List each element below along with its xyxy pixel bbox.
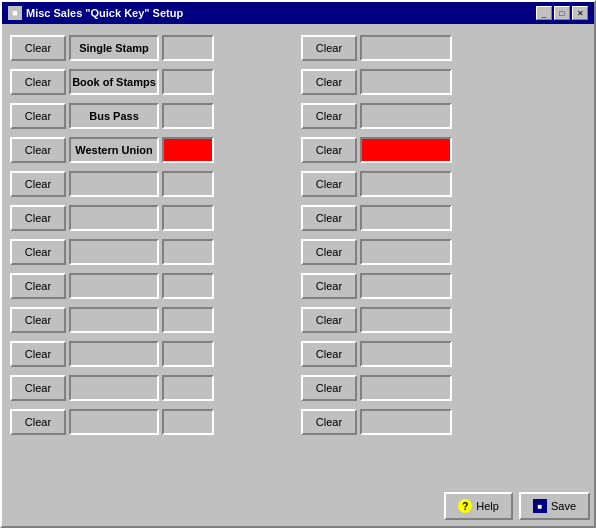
left-label-6 — [69, 239, 159, 265]
help-label: Help — [476, 500, 499, 512]
left-clear-button-10[interactable]: Clear — [10, 375, 66, 401]
right-input-6[interactable] — [360, 239, 452, 265]
left-panel: ClearSingle StampClearBook of StampsClea… — [10, 32, 295, 478]
left-row-11: Clear — [10, 406, 295, 438]
left-input-4[interactable] — [162, 171, 214, 197]
left-input-5[interactable] — [162, 205, 214, 231]
left-label-10 — [69, 375, 159, 401]
right-input-9[interactable] — [360, 341, 452, 367]
right-clear-button-10[interactable]: Clear — [301, 375, 357, 401]
right-input-1[interactable] — [360, 69, 452, 95]
maximize-button[interactable]: □ — [554, 6, 570, 20]
right-row-6: Clear — [301, 236, 586, 268]
right-clear-button-0[interactable]: Clear — [301, 35, 357, 61]
left-input-10[interactable] — [162, 375, 214, 401]
left-label-3: Western Union — [69, 137, 159, 163]
save-icon: ■ — [533, 499, 547, 513]
right-input-3[interactable] — [360, 137, 452, 163]
right-input-7[interactable] — [360, 273, 452, 299]
right-clear-button-5[interactable]: Clear — [301, 205, 357, 231]
right-row-8: Clear — [301, 304, 586, 336]
title-bar-left: ■ Misc Sales "Quick Key" Setup — [8, 6, 183, 20]
right-clear-button-1[interactable]: Clear — [301, 69, 357, 95]
right-clear-button-11[interactable]: Clear — [301, 409, 357, 435]
window-title: Misc Sales "Quick Key" Setup — [26, 7, 183, 19]
right-input-0[interactable] — [360, 35, 452, 61]
right-clear-button-9[interactable]: Clear — [301, 341, 357, 367]
right-input-2[interactable] — [360, 103, 452, 129]
main-grid: ClearSingle StampClearBook of StampsClea… — [10, 32, 586, 478]
right-clear-button-2[interactable]: Clear — [301, 103, 357, 129]
left-row-8: Clear — [10, 304, 295, 336]
right-input-11[interactable] — [360, 409, 452, 435]
footer: ? Help ■ Save — [2, 486, 594, 526]
right-input-8[interactable] — [360, 307, 452, 333]
left-row-0: ClearSingle Stamp — [10, 32, 295, 64]
left-label-7 — [69, 273, 159, 299]
left-label-8 — [69, 307, 159, 333]
right-clear-button-7[interactable]: Clear — [301, 273, 357, 299]
left-input-0[interactable] — [162, 35, 214, 61]
left-label-1: Book of Stamps — [69, 69, 159, 95]
right-input-10[interactable] — [360, 375, 452, 401]
left-clear-button-0[interactable]: Clear — [10, 35, 66, 61]
left-row-3: ClearWestern Union — [10, 134, 295, 166]
left-clear-button-7[interactable]: Clear — [10, 273, 66, 299]
right-row-10: Clear — [301, 372, 586, 404]
right-row-9: Clear — [301, 338, 586, 370]
left-clear-button-11[interactable]: Clear — [10, 409, 66, 435]
right-clear-button-4[interactable]: Clear — [301, 171, 357, 197]
left-input-8[interactable] — [162, 307, 214, 333]
right-panel: ClearClearClearClearClearClearClearClear… — [301, 32, 586, 478]
right-row-7: Clear — [301, 270, 586, 302]
left-label-9 — [69, 341, 159, 367]
content-area: ClearSingle StampClearBook of StampsClea… — [2, 24, 594, 486]
left-clear-button-4[interactable]: Clear — [10, 171, 66, 197]
title-bar: ■ Misc Sales "Quick Key" Setup _ □ ✕ — [2, 2, 594, 24]
left-row-5: Clear — [10, 202, 295, 234]
right-row-11: Clear — [301, 406, 586, 438]
left-row-10: Clear — [10, 372, 295, 404]
left-clear-button-6[interactable]: Clear — [10, 239, 66, 265]
right-clear-button-8[interactable]: Clear — [301, 307, 357, 333]
left-input-3[interactable] — [162, 137, 214, 163]
left-clear-button-2[interactable]: Clear — [10, 103, 66, 129]
left-row-2: ClearBus Pass — [10, 100, 295, 132]
save-button[interactable]: ■ Save — [519, 492, 590, 520]
left-input-2[interactable] — [162, 103, 214, 129]
left-clear-button-8[interactable]: Clear — [10, 307, 66, 333]
left-clear-button-1[interactable]: Clear — [10, 69, 66, 95]
right-row-1: Clear — [301, 66, 586, 98]
right-row-0: Clear — [301, 32, 586, 64]
left-label-0: Single Stamp — [69, 35, 159, 61]
help-icon: ? — [458, 499, 472, 513]
left-row-7: Clear — [10, 270, 295, 302]
left-clear-button-9[interactable]: Clear — [10, 341, 66, 367]
right-input-4[interactable] — [360, 171, 452, 197]
left-label-11 — [69, 409, 159, 435]
left-input-9[interactable] — [162, 341, 214, 367]
left-row-1: ClearBook of Stamps — [10, 66, 295, 98]
left-row-4: Clear — [10, 168, 295, 200]
help-button[interactable]: ? Help — [444, 492, 513, 520]
left-input-11[interactable] — [162, 409, 214, 435]
minimize-button[interactable]: _ — [536, 6, 552, 20]
main-window: ■ Misc Sales "Quick Key" Setup _ □ ✕ Cle… — [0, 0, 596, 528]
left-input-7[interactable] — [162, 273, 214, 299]
right-input-5[interactable] — [360, 205, 452, 231]
left-clear-button-3[interactable]: Clear — [10, 137, 66, 163]
window-icon: ■ — [8, 6, 22, 20]
left-clear-button-5[interactable]: Clear — [10, 205, 66, 231]
close-button[interactable]: ✕ — [572, 6, 588, 20]
title-controls: _ □ ✕ — [536, 6, 588, 20]
left-label-5 — [69, 205, 159, 231]
left-label-2: Bus Pass — [69, 103, 159, 129]
left-input-1[interactable] — [162, 69, 214, 95]
right-row-2: Clear — [301, 100, 586, 132]
right-clear-button-3[interactable]: Clear — [301, 137, 357, 163]
right-row-3: Clear — [301, 134, 586, 166]
right-clear-button-6[interactable]: Clear — [301, 239, 357, 265]
right-row-5: Clear — [301, 202, 586, 234]
left-label-4 — [69, 171, 159, 197]
left-input-6[interactable] — [162, 239, 214, 265]
